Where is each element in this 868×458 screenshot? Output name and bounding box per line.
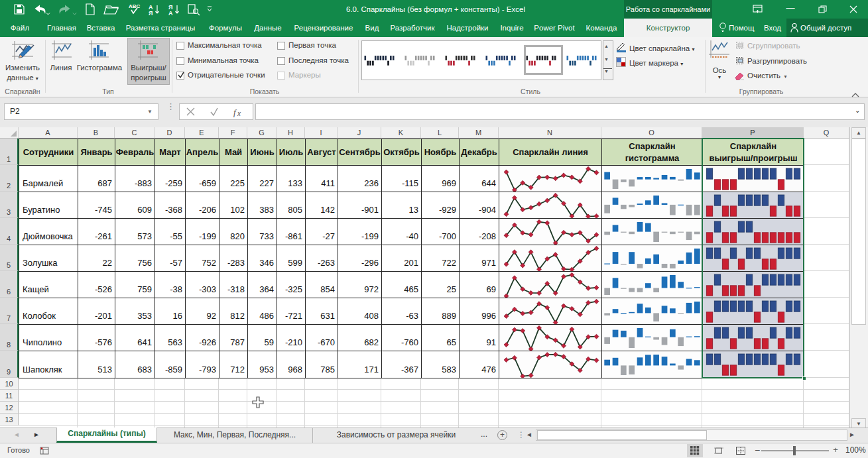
svg-text:x: x <box>237 110 241 117</box>
